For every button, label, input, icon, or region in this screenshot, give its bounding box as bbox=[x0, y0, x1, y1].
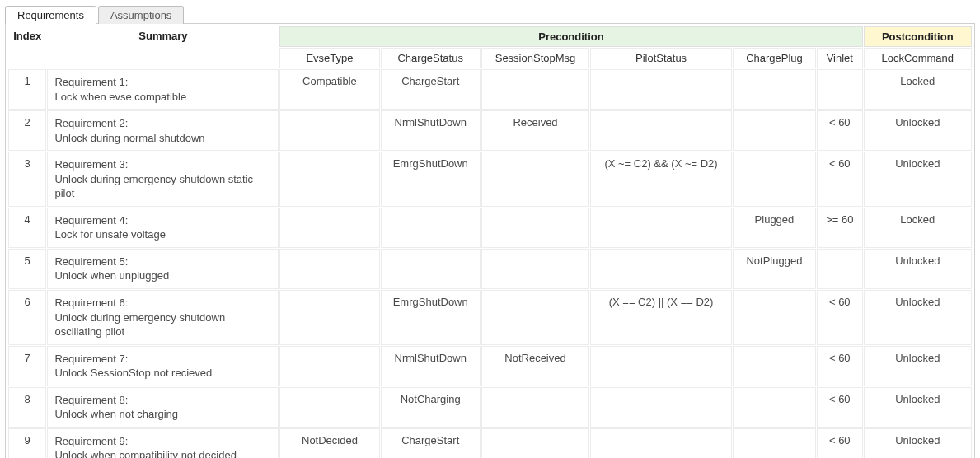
cell-evsetype bbox=[279, 110, 379, 151]
cell-summary: Requirement 5: Unlock when unplugged bbox=[47, 249, 279, 289]
tab-strip: Requirements Assumptions bbox=[5, 3, 975, 23]
table-row: 7Requirement 7: Unlock SessionStop not r… bbox=[8, 346, 972, 386]
cell-chargestatus: ChargeStart bbox=[381, 69, 481, 110]
cell-sessionstopmsg bbox=[481, 290, 589, 345]
col-sessionstopmsg: SessionStopMsg bbox=[481, 48, 589, 68]
col-evsetype: EvseType bbox=[279, 48, 379, 68]
cell-summary: Requirement 4: Lock for unsafe voltage bbox=[47, 208, 279, 248]
cell-pilotstatus bbox=[590, 110, 732, 151]
cell-index: 2 bbox=[8, 110, 46, 151]
table-row: 3Requirement 3: Unlock during emergency … bbox=[8, 152, 972, 207]
colgroup-postcondition: Postcondition bbox=[864, 26, 972, 47]
cell-chargestatus: ChargeStart bbox=[381, 428, 481, 458]
col-summary: Summary bbox=[47, 26, 279, 68]
cell-pilotstatus bbox=[590, 428, 732, 458]
cell-index: 7 bbox=[8, 346, 46, 386]
cell-sessionstopmsg bbox=[481, 152, 589, 207]
cell-vinlet: < 60 bbox=[817, 290, 863, 345]
cell-vinlet bbox=[817, 69, 863, 110]
cell-lockcommand: Unlocked bbox=[864, 428, 972, 458]
cell-summary: Requirement 9: Unlock when compatibility… bbox=[47, 428, 279, 458]
cell-index: 9 bbox=[8, 428, 46, 458]
cell-sessionstopmsg: NotReceived bbox=[481, 346, 589, 386]
cell-chargeplug bbox=[733, 152, 816, 207]
cell-index: 1 bbox=[8, 69, 46, 110]
cell-chargeplug bbox=[733, 428, 816, 458]
col-lockcommand: LockCommand bbox=[864, 48, 972, 68]
cell-pilotstatus bbox=[590, 346, 732, 386]
cell-pilotstatus: (X == C2) || (X == D2) bbox=[590, 290, 732, 345]
col-index: Index bbox=[8, 26, 46, 68]
col-vinlet: Vinlet bbox=[817, 48, 863, 68]
cell-chargeplug bbox=[733, 346, 816, 386]
cell-chargeplug bbox=[733, 110, 816, 151]
cell-index: 8 bbox=[8, 387, 46, 428]
cell-evsetype bbox=[279, 387, 379, 428]
cell-chargeplug: Plugged bbox=[733, 208, 816, 248]
tab-requirements[interactable]: Requirements bbox=[5, 6, 96, 24]
cell-chargeplug bbox=[733, 290, 816, 345]
cell-pilotstatus bbox=[590, 208, 732, 248]
table-row: 4Requirement 4: Lock for unsafe voltageP… bbox=[8, 208, 972, 248]
requirements-panel: Index Summary Precondition Postcondition… bbox=[5, 23, 975, 458]
cell-chargestatus bbox=[381, 249, 481, 289]
cell-evsetype bbox=[279, 290, 379, 345]
cell-chargestatus: NrmlShutDown bbox=[381, 346, 481, 386]
cell-chargeplug bbox=[733, 69, 816, 110]
table-row: 1Requirement 1: Lock when evse compatibl… bbox=[8, 69, 972, 110]
table-row: 2Requirement 2: Unlock during normal shu… bbox=[8, 110, 972, 151]
cell-evsetype bbox=[279, 346, 379, 386]
table-row: 5Requirement 5: Unlock when unpluggedNot… bbox=[8, 249, 972, 289]
cell-lockcommand: Unlocked bbox=[864, 249, 972, 289]
cell-lockcommand: Unlocked bbox=[864, 110, 972, 151]
cell-index: 3 bbox=[8, 152, 46, 207]
cell-lockcommand: Unlocked bbox=[864, 346, 972, 386]
cell-chargestatus: EmrgShutDown bbox=[381, 152, 481, 207]
cell-summary: Requirement 3: Unlock during emergency s… bbox=[47, 152, 279, 207]
cell-sessionstopmsg bbox=[481, 249, 589, 289]
cell-evsetype bbox=[279, 249, 379, 289]
table-row: 8Requirement 8: Unlock when not charging… bbox=[8, 387, 972, 428]
cell-lockcommand: Locked bbox=[864, 208, 972, 248]
cell-summary: Requirement 7: Unlock SessionStop not re… bbox=[47, 346, 279, 386]
cell-pilotstatus bbox=[590, 249, 732, 289]
cell-sessionstopmsg bbox=[481, 69, 589, 110]
cell-vinlet: < 60 bbox=[817, 387, 863, 428]
cell-evsetype: Compatible bbox=[279, 69, 379, 110]
table-row: 6Requirement 6: Unlock during emergency … bbox=[8, 290, 972, 345]
cell-vinlet bbox=[817, 249, 863, 289]
cell-chargestatus: NrmlShutDown bbox=[381, 110, 481, 151]
cell-lockcommand: Unlocked bbox=[864, 152, 972, 207]
cell-evsetype bbox=[279, 208, 379, 248]
requirements-table: Index Summary Precondition Postcondition… bbox=[7, 26, 973, 458]
cell-lockcommand: Locked bbox=[864, 69, 972, 110]
cell-lockcommand: Unlocked bbox=[864, 387, 972, 428]
colgroup-precondition: Precondition bbox=[279, 26, 862, 47]
cell-evsetype: NotDecided bbox=[279, 428, 379, 458]
cell-sessionstopmsg: Received bbox=[481, 110, 589, 151]
cell-pilotstatus bbox=[590, 69, 732, 110]
cell-vinlet: < 60 bbox=[817, 346, 863, 386]
cell-evsetype bbox=[279, 152, 379, 207]
cell-summary: Requirement 1: Lock when evse compatible bbox=[47, 69, 279, 110]
cell-summary: Requirement 8: Unlock when not charging bbox=[47, 387, 279, 428]
col-chargeplug: ChargePlug bbox=[733, 48, 816, 68]
cell-vinlet: >= 60 bbox=[817, 208, 863, 248]
cell-index: 6 bbox=[8, 290, 46, 345]
cell-vinlet: < 60 bbox=[817, 152, 863, 207]
cell-summary: Requirement 6: Unlock during emergency s… bbox=[47, 290, 279, 345]
cell-lockcommand: Unlocked bbox=[864, 290, 972, 345]
cell-chargestatus bbox=[381, 208, 481, 248]
col-chargestatus: ChargeStatus bbox=[381, 48, 481, 68]
cell-pilotstatus: (X ~= C2) && (X ~= D2) bbox=[590, 152, 732, 207]
cell-chargestatus: NotCharging bbox=[381, 387, 481, 428]
cell-chargestatus: EmrgShutDown bbox=[381, 290, 481, 345]
col-pilotstatus: PilotStatus bbox=[590, 48, 732, 68]
cell-index: 4 bbox=[8, 208, 46, 248]
table-row: 9Requirement 9: Unlock when compatibilit… bbox=[8, 428, 972, 458]
cell-chargeplug bbox=[733, 387, 816, 428]
cell-index: 5 bbox=[8, 249, 46, 289]
cell-chargeplug: NotPlugged bbox=[733, 249, 816, 289]
tab-assumptions[interactable]: Assumptions bbox=[98, 6, 184, 24]
cell-pilotstatus bbox=[590, 387, 732, 428]
